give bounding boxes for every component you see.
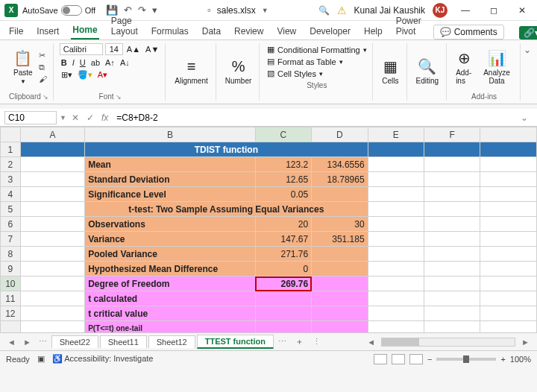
sheet-more-icon[interactable]: ⋯ [36,337,50,347]
maximize-button[interactable]: ◻ [483,5,504,16]
cell[interactable] [312,187,368,202]
cell[interactable]: 351.185 [312,232,368,247]
increase-font-icon[interactable]: A▲ [125,45,142,54]
row-header[interactable] [1,321,21,333]
add-sheet-icon[interactable]: ＋ [291,336,308,347]
italic-button[interactable]: I [71,58,76,67]
format-painter-icon[interactable]: 🖌 [39,75,47,83]
minimize-button[interactable]: — [455,5,476,16]
col-header-B[interactable]: B [85,127,256,142]
cell[interactable]: t calculated [85,291,256,306]
filename-label[interactable]: sales.xlsx [217,5,256,16]
cell[interactable]: P(T<=t) one-tail [85,321,256,333]
font-name-select[interactable]: Calibri [60,43,103,55]
cell[interactable] [312,247,368,262]
copy-icon[interactable]: ⧉ [39,63,47,72]
row-header[interactable]: 12 [1,306,21,321]
macro-record-icon[interactable]: ▣ [37,354,45,364]
sheet-tab[interactable]: Sheet12 [148,335,195,348]
toggle-icon[interactable] [61,5,82,16]
worksheet-grid[interactable]: A B C D E F 1TDIST function 2Mean123.213… [0,127,537,332]
row-header[interactable]: 2 [1,157,21,172]
font-color-icon[interactable]: A▾ [96,70,109,80]
number-button[interactable]: % Number [222,57,255,86]
paste-button[interactable]: 📋 Paste ▼ [10,48,36,86]
conditional-formatting-button[interactable]: ▦Conditional Formatting▾ [267,45,367,54]
cell[interactable] [312,262,368,276]
zoom-slider[interactable] [436,358,496,361]
page-layout-view-icon[interactable] [392,354,405,364]
row-header[interactable]: 5 [1,202,21,217]
cell[interactable]: 18.78965 [312,172,368,187]
tab-power-pivot[interactable]: Power Pivot [395,13,423,39]
row-header[interactable]: 6 [1,217,21,232]
sheet-tab-active[interactable]: TTEST function [197,335,274,349]
formula-input[interactable] [113,112,513,124]
sheet-nav-prev-icon[interactable]: ◄ [4,338,19,347]
strike-icon[interactable]: ab [90,58,101,67]
tab-formulas[interactable]: Formulas [150,23,190,39]
col-header-F[interactable]: F [424,127,480,142]
cancel-formula-icon[interactable]: ✕ [69,113,81,123]
filename-dropdown-icon[interactable]: ▼ [262,7,268,14]
cell[interactable]: 134.6556 [312,157,368,172]
cell[interactable]: 20 [255,217,311,232]
tab-review[interactable]: Review [233,23,265,39]
tab-developer[interactable]: Developer [308,23,352,39]
select-all-corner[interactable] [1,127,21,142]
row-header[interactable]: 10 [1,276,21,291]
tab-view[interactable]: View [275,23,298,39]
row-header[interactable]: 4 [1,187,21,202]
autosave-toggle[interactable]: AutoSave Off [22,5,95,16]
editing-button[interactable]: 🔍Editing [413,56,442,86]
cell[interactable]: Observations [85,217,256,232]
scroll-right-icon[interactable]: ► [518,338,533,347]
user-avatar[interactable]: KJ [433,3,448,18]
search-icon[interactable]: 🔍 [318,5,330,16]
cell[interactable]: Hypothesized Mean Difference [85,262,256,276]
scroll-left-icon[interactable]: ◄ [364,338,378,347]
tab-home[interactable]: Home [71,22,98,39]
tab-file[interactable]: File [7,23,25,39]
tab-insert[interactable]: Insert [35,23,60,39]
row-header[interactable]: 3 [1,172,21,187]
row-header[interactable]: 11 [1,291,21,306]
alignment-button[interactable]: ≡ Alignment [172,57,210,86]
collapse-ribbon-icon[interactable]: ⌄ [522,43,533,101]
cell[interactable]: Degree of Freedom [85,276,256,291]
tab-page-layout[interactable]: Page Layout [110,13,139,39]
cell[interactable]: 30 [312,217,368,232]
accessibility-status[interactable]: ♿ Accessibility: Investigate [52,354,154,364]
cell[interactable] [255,306,311,321]
dialog-launcher-icon[interactable]: ↘ [116,93,122,101]
addins-button[interactable]: ⊕Add-ins [453,48,475,86]
cell[interactable]: t critical value [85,306,256,321]
analyze-button[interactable]: 📊Analyze Data [478,48,515,86]
row-header[interactable]: 9 [1,262,21,276]
sheet-more-right-icon[interactable]: ⋯ [275,337,289,347]
cell[interactable]: 0 [255,262,311,276]
active-cell[interactable]: 269.76 [255,276,311,291]
zoom-in-icon[interactable]: + [500,355,505,364]
horizontal-scrollbar[interactable] [381,338,515,347]
cell[interactable] [255,291,311,306]
comments-button[interactable]: 💬 Comments [433,25,504,39]
page-break-view-icon[interactable] [409,354,423,364]
enter-formula-icon[interactable]: ✓ [84,113,96,123]
sheet-nav-next-icon[interactable]: ► [20,338,34,347]
col-header-G[interactable] [480,127,537,142]
row-header[interactable]: 1 [1,142,21,157]
cell[interactable] [312,291,368,306]
cell[interactable]: t-test: Two Sample Assuming Equal Varian… [85,202,368,217]
close-button[interactable]: ✕ [512,5,533,16]
cells-button[interactable]: ▦Cells [379,56,401,86]
decrease-font-icon[interactable]: A▼ [144,45,160,54]
cell[interactable]: 12.65 [255,172,311,187]
name-box[interactable] [4,111,57,124]
col-header-E[interactable]: E [368,127,424,142]
tab-help[interactable]: Help [362,23,384,39]
normal-view-icon[interactable] [374,354,387,364]
cell[interactable]: 0.05 [255,187,311,202]
cell[interactable]: 123.2 [255,157,311,172]
font-increase-icon[interactable]: A↑ [104,58,116,67]
